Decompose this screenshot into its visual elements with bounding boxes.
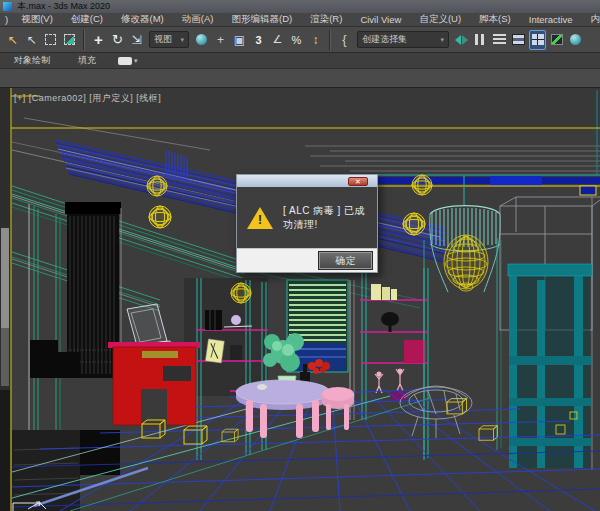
- window-title: 本.max - 3ds Max 2020: [17, 0, 110, 13]
- scene-explorer-icon[interactable]: [491, 30, 508, 50]
- menu-item-11[interactable]: 内容: [582, 13, 600, 26]
- window-crossing-icon[interactable]: [61, 30, 78, 50]
- alert-dialog: ✕ ! [ ALC 病毒 ] 已成功清理! 确定: [236, 174, 378, 273]
- select-place-icon[interactable]: +: [212, 30, 229, 50]
- toolbar-separator-1: [83, 30, 85, 50]
- menu-item-2[interactable]: 创建(C): [62, 13, 112, 26]
- ribbon-chip-icon: [118, 57, 132, 65]
- named-selection-set-dropdown[interactable]: 创建选择集▾: [357, 31, 449, 48]
- menu-item-5[interactable]: 图形编辑器(D): [222, 13, 301, 26]
- menu-item-8[interactable]: 自定义(U): [410, 13, 470, 26]
- ribbon-tabs: 对象绘制填充: [0, 54, 110, 67]
- warning-icon: !: [247, 207, 273, 229]
- select-manipulate-icon[interactable]: ▣: [231, 30, 248, 50]
- ribbon-tab-0[interactable]: 对象绘制: [0, 54, 64, 67]
- reference-coordinate-dropdown[interactable]: 视图▾: [149, 31, 189, 48]
- rectangular-selection-icon[interactable]: [42, 30, 59, 50]
- dialog-body: ! [ ALC 病毒 ] 已成功清理!: [237, 187, 377, 248]
- main-toolbar: ↖↖+↻⇲视图▾+▣3∠%↕{创建选择集▾: [0, 27, 600, 53]
- menu-item-9[interactable]: 脚本(S): [470, 13, 520, 26]
- light-sphere-2: [149, 206, 171, 228]
- ribbon-band: [0, 69, 600, 88]
- menu-item-1[interactable]: 视图(V): [12, 13, 62, 26]
- percent-snap-icon[interactable]: %: [288, 30, 305, 50]
- align-icon[interactable]: [472, 30, 489, 50]
- window-titlebar[interactable]: 本.max - 3ds Max 2020: [0, 0, 600, 13]
- scale-icon[interactable]: ⇲: [128, 30, 145, 50]
- snap-toggle-3d-icon[interactable]: 3: [250, 30, 267, 50]
- move-icon[interactable]: +: [90, 30, 107, 50]
- spinner-snap-icon[interactable]: ↕: [307, 30, 324, 50]
- menu-bar: )视图(V)创建(C)修改器(M)动画(A)图形编辑器(D)渲染(R)Civil…: [0, 13, 600, 27]
- ribbon-toggle-icon[interactable]: [529, 30, 546, 50]
- warning-exclamation: !: [247, 213, 273, 227]
- light-sphere-5: [403, 213, 425, 235]
- toolbar-separator-2: [329, 30, 331, 50]
- angle-snap-icon[interactable]: ∠: [269, 30, 286, 50]
- ribbon-minimize-icon[interactable]: ▾: [118, 57, 138, 65]
- 3dsmax-window: 本.max - 3ds Max 2020 )视图(V)创建(C)修改器(M)动画…: [0, 0, 600, 511]
- curtain: [65, 202, 121, 378]
- rotate-icon[interactable]: ↻: [109, 30, 126, 50]
- edit-named-selection-icon[interactable]: {: [336, 30, 353, 50]
- 3dsmax-logo-icon: [3, 2, 12, 11]
- render-setup-icon[interactable]: [567, 30, 584, 50]
- select-object-icon[interactable]: ↖: [4, 30, 21, 50]
- menu-item-6[interactable]: 渲染(R): [301, 13, 351, 26]
- menu-item-4[interactable]: 动画(A): [173, 13, 223, 26]
- dialog-titlebar[interactable]: ✕: [237, 175, 377, 187]
- viewport[interactable]: [+] [Camera002] [用户定义] [线框] ✕ ! [ ALC 病毒…: [0, 88, 600, 511]
- dialog-close-button[interactable]: ✕: [348, 177, 368, 186]
- use-pivot-center-icon[interactable]: [193, 30, 210, 50]
- ribbon-tabs-row: 对象绘制填充 ▾: [0, 53, 600, 69]
- viewport-label[interactable]: [+] [Camera002] [用户定义] [线框]: [14, 92, 161, 105]
- menu-item-3[interactable]: 修改器(M): [112, 13, 173, 26]
- layer-explorer-icon[interactable]: [510, 30, 527, 50]
- ok-button[interactable]: 确定: [319, 252, 372, 269]
- viewport-canvas: [0, 88, 600, 511]
- dialog-footer: 确定: [237, 248, 377, 272]
- mirror-icon[interactable]: [453, 30, 470, 50]
- light-sphere-4: [412, 175, 432, 195]
- ribbon-caret-icon: ▾: [134, 57, 138, 65]
- menu-item-0[interactable]: ): [1, 14, 12, 25]
- menu-item-10[interactable]: Interactive: [520, 14, 582, 25]
- ribbon-tab-1[interactable]: 填充: [64, 54, 110, 67]
- light-sphere-3: [231, 283, 251, 303]
- menu-item-7[interactable]: Civil View: [351, 14, 410, 25]
- curve-editor-icon[interactable]: [548, 30, 565, 50]
- light-sphere-1: [147, 176, 167, 196]
- select-by-name-icon[interactable]: ↖: [23, 30, 40, 50]
- dialog-message: [ ALC 病毒 ] 已成功清理!: [283, 204, 367, 232]
